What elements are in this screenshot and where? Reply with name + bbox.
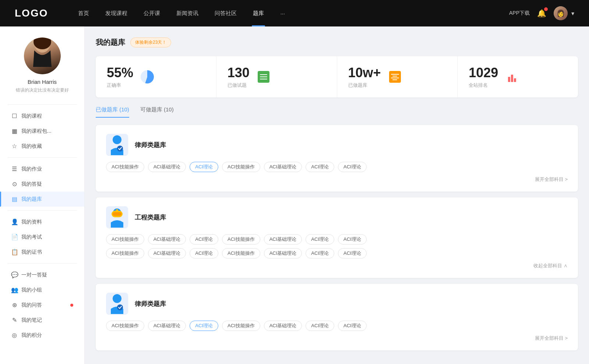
qa-icon: ⊙: [11, 181, 18, 188]
nav-more[interactable]: ···: [272, 0, 293, 26]
tab-done-label: 已做题库 (10): [96, 106, 129, 113]
tag-2-10[interactable]: ACI技能操作: [222, 248, 260, 258]
main-content: 我的题库 体验剩余23天！ 55% 正确率 130 已做试题: [85, 26, 589, 364]
tag-3-1[interactable]: ACI基础理论: [148, 321, 186, 331]
user-menu[interactable]: 👩 ▾: [554, 6, 574, 20]
tag-1-6[interactable]: ACI理论: [338, 162, 367, 172]
tag-3-0[interactable]: ACI技能操作: [106, 321, 144, 331]
notebook-line-1: [391, 74, 399, 75]
tag-3-6[interactable]: ACI理论: [338, 321, 367, 331]
group-icon: 👥: [11, 286, 18, 293]
notification-badge: [544, 7, 548, 11]
tag-2-9[interactable]: ACI理论: [190, 248, 218, 258]
tag-2-4[interactable]: ACI基础理论: [264, 234, 302, 245]
nav-qbank[interactable]: 题库: [245, 0, 272, 26]
sidebar-item-my-questions[interactable]: ⊛ 我的问答: [0, 297, 84, 313]
tag-2-12[interactable]: ACI理论: [306, 248, 334, 258]
tag-2-2[interactable]: ACI理论: [190, 234, 218, 245]
tag-2-8[interactable]: ACI基础理论: [148, 248, 186, 258]
sidebar-item-course-package[interactable]: ▦ 我的课程包...: [0, 124, 84, 139]
user-menu-chevron[interactable]: ▾: [571, 10, 574, 17]
sidebar-item-my-exam[interactable]: 📄 我的考试: [0, 229, 84, 245]
svg-point-3: [117, 146, 123, 151]
sidebar-item-my-data[interactable]: 👤 我的资料: [0, 214, 84, 229]
expand-btn-3[interactable]: 展开全部科目 >: [535, 335, 568, 341]
sidebar-item-homework[interactable]: ☰ 我的作业: [0, 161, 84, 176]
tag-3-3[interactable]: ACI技能操作: [222, 321, 260, 331]
tag-1-0[interactable]: ACI技能操作: [106, 162, 144, 172]
tag-1-3[interactable]: ACI技能操作: [222, 162, 260, 172]
page-title: 我的题库: [96, 38, 125, 47]
stat-accuracy-label: 正确率: [107, 82, 133, 89]
stat-done-banks: 10w+ 已做题库: [337, 56, 458, 97]
tag-1-4[interactable]: ACI基础理论: [264, 162, 302, 172]
profile-motto: 错误的决定比没有决定要好: [7, 87, 77, 93]
sidebar-label-course-package: 我的课程包...: [21, 128, 73, 135]
homework-icon: ☰: [11, 165, 18, 172]
tag-2-11[interactable]: ACI基础理论: [264, 248, 302, 258]
layout: Brian Harris 错误的决定比没有决定要好 ☐ 我的课程 ▦ 我的课程包…: [0, 26, 589, 364]
tag-2-0[interactable]: ACI技能操作: [106, 234, 144, 245]
tag-1-5[interactable]: ACI理论: [306, 162, 334, 172]
trial-badge: 体验剩余23天！: [130, 38, 171, 47]
sidebar-item-my-group[interactable]: 👥 我的小组: [0, 282, 84, 297]
qbank-title-1: 律师类题库: [135, 141, 166, 149]
notes-icon: ✎: [11, 317, 18, 324]
sidebar-item-my-points[interactable]: ◎ 我的积分: [0, 328, 84, 343]
profile-username: Brian Harris: [7, 79, 77, 85]
nav-open-course[interactable]: 公开课: [135, 0, 168, 26]
sidebar-item-certificate[interactable]: 📋 我的证书: [0, 245, 84, 260]
svg-rect-7: [116, 209, 118, 212]
tag-1-1[interactable]: ACI基础理论: [148, 162, 186, 172]
expand-btn-1[interactable]: 展开全部科目 >: [535, 176, 568, 182]
course-icon: ☐: [11, 113, 18, 119]
tag-2-1[interactable]: ACI基础理论: [148, 234, 186, 245]
tag-2-5[interactable]: ACI理论: [306, 234, 334, 245]
svg-point-2: [113, 135, 121, 144]
tabs: 已做题库 (10) 可做题库 (10): [96, 106, 578, 118]
tag-1-2[interactable]: ACI理论: [190, 162, 218, 172]
notebook-line-2: [392, 76, 397, 76]
tag-2-6[interactable]: ACI理论: [338, 234, 367, 245]
stat-done-banks-label: 已做题库: [348, 82, 381, 89]
nav-home[interactable]: 首页: [70, 0, 97, 26]
nav-discover[interactable]: 发现课程: [97, 0, 135, 26]
nav-links: 首页 发现课程 公开课 新闻资讯 问答社区 题库 ···: [70, 0, 509, 26]
notification-bell[interactable]: 🔔: [537, 9, 546, 18]
tag-2-7[interactable]: ACI技能操作: [106, 248, 144, 258]
data-icon: 👤: [11, 218, 18, 225]
sidebar-label-my-questions: 我的问答: [21, 302, 65, 308]
bar-3: [514, 78, 516, 82]
nav-qa[interactable]: 问答社区: [207, 0, 245, 26]
tab-available[interactable]: 可做题库 (10): [140, 106, 174, 118]
stat-rank: 1029 全站排名: [458, 56, 578, 97]
qbank-tags-1: ACI技能操作 ACI基础理论 ACI理论 ACI技能操作 ACI基础理论 AC…: [106, 162, 568, 172]
sidebar-item-my-courses[interactable]: ☐ 我的课程: [0, 108, 84, 124]
expand-btn-2[interactable]: 收起全部科目 ∧: [533, 263, 568, 268]
tag-2-3[interactable]: ACI技能操作: [222, 234, 260, 245]
qbank-footer-3: 展开全部科目 >: [106, 335, 568, 342]
sidebar-label-my-notes: 我的笔记: [21, 317, 73, 324]
sidebar-divider-1: [7, 104, 77, 105]
sidebar-item-my-notes[interactable]: ✎ 我的笔记: [0, 313, 84, 328]
sidebar-divider-3: [7, 210, 77, 211]
tag-3-4[interactable]: ACI基础理论: [264, 321, 302, 331]
sidebar-item-my-qa[interactable]: ⊙ 我的答疑: [0, 176, 84, 192]
sidebar-item-favorites[interactable]: ☆ 我的收藏: [0, 139, 84, 154]
sidebar-item-one-on-one[interactable]: 💬 一对一答疑: [0, 267, 84, 282]
tag-3-2[interactable]: ACI理论: [190, 321, 218, 331]
tab-done[interactable]: 已做题库 (10): [96, 106, 129, 118]
qbank-card-lawyer-1: 律师类题库 ACI技能操作 ACI基础理论 ACI理论 ACI技能操作 ACI基…: [96, 125, 578, 192]
tag-2-13[interactable]: ACI理论: [338, 248, 367, 258]
sidebar-divider-2: [7, 157, 77, 158]
stat-list-icon: [255, 69, 272, 85]
tag-3-5[interactable]: ACI理论: [306, 321, 334, 331]
svg-point-8: [113, 294, 121, 303]
avatar[interactable]: 👩: [554, 6, 568, 20]
nav-news[interactable]: 新闻资讯: [168, 0, 207, 26]
sidebar-item-my-qbank[interactable]: ▤ 我的题库: [0, 192, 84, 207]
list-line-1: [260, 74, 267, 75]
qbank-title-3: 律师类题库: [135, 300, 166, 308]
app-download-button[interactable]: APP下载: [509, 10, 530, 17]
favorites-icon: ☆: [11, 143, 18, 150]
